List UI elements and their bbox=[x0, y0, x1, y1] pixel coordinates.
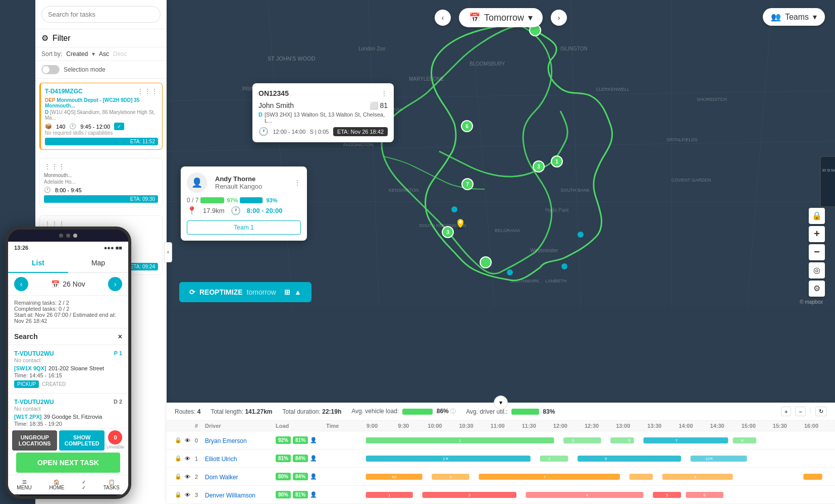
load-chip-2b: 84% bbox=[293, 473, 308, 480]
nav-check[interactable]: ✓ ✓ bbox=[82, 479, 86, 490]
tab-list[interactable]: List bbox=[8, 254, 68, 273]
ungroup-locations-btn[interactable]: UNGROUP LOCATIONS bbox=[12, 430, 57, 451]
chevron-down-icon: ▾ bbox=[528, 12, 533, 23]
phone-task-item-2[interactable]: T-VDUTU2WU D 2 No contact [W1T 2PX] 39 G… bbox=[8, 394, 128, 428]
util-bar-container bbox=[240, 197, 264, 203]
refresh-table-btn[interactable]: ↻ bbox=[815, 407, 827, 416]
task-card-1[interactable]: T-D419MZGC ⋮⋮⋮ DEP Monmouth Depot - [WC2… bbox=[39, 83, 163, 150]
sort-desc-btn[interactable]: Desc bbox=[113, 50, 127, 58]
compass-btn[interactable]: ◎ bbox=[809, 262, 825, 278]
open-next-task-btn[interactable]: OPEN NEXT TASK bbox=[16, 453, 120, 473]
lock-map-btn[interactable]: 🔒 bbox=[809, 208, 825, 224]
show-completed-btn[interactable]: SHOW COMPLETED bbox=[59, 430, 104, 451]
driver-link-1[interactable]: Elliott Ulrich bbox=[205, 456, 237, 463]
mapbox-watermark: © mapbox bbox=[800, 299, 823, 305]
popup-time: 12:00 - 14:00 bbox=[273, 129, 305, 135]
prev-date-btn[interactable]: ‹ bbox=[435, 10, 451, 26]
driver-name-0[interactable]: Bryan Emerson bbox=[205, 436, 276, 445]
driver-name-3[interactable]: Denver Williamson bbox=[205, 490, 276, 499]
task-2-menu-btn[interactable]: ⋮⋮⋮ bbox=[44, 162, 65, 171]
zoom-out-table-btn[interactable]: − bbox=[795, 407, 805, 416]
driver-info-row: 👤 Andy Thorne Renault Kangoo bbox=[187, 173, 262, 193]
nav-home[interactable]: 🏠 HOME bbox=[49, 479, 64, 490]
task-1-action-btn[interactable]: ✓ bbox=[114, 123, 124, 130]
svg-rect-74 bbox=[803, 474, 822, 480]
time-9: 9:00 bbox=[356, 423, 388, 429]
task-card-2[interactable]: ⋮⋮⋮ Monmouth... Adelaide Ho... 🕐 8:00 - … bbox=[39, 158, 163, 207]
home-bar-back[interactable]: ‹ bbox=[107, 497, 109, 499]
filter-bar[interactable]: ⚙ Filter bbox=[35, 29, 167, 47]
home-bar-circle[interactable]: ○ bbox=[68, 497, 73, 499]
popup-menu-btn[interactable]: ⋮ bbox=[381, 89, 388, 97]
sort-by-value[interactable]: Created bbox=[66, 50, 88, 58]
svg-rect-53 bbox=[644, 437, 728, 443]
phone-task-2-time: Time: 18:35 - 19:20 bbox=[14, 421, 122, 427]
phone-task-item-1[interactable]: T-VDUTU2WU P 1 No contact [SW1X 9QX] 201… bbox=[8, 345, 128, 394]
bottom-panel: ▾ Routes: 4 Total length: 141.27km Total… bbox=[167, 403, 835, 504]
time-1230: 12:30 bbox=[576, 423, 607, 429]
search-tasks-input[interactable] bbox=[41, 6, 161, 23]
lock-icon-0[interactable]: 🔒 bbox=[175, 437, 185, 443]
sort-asc-btn[interactable]: Asc bbox=[99, 50, 109, 58]
eye-icon-0[interactable]: 👁 bbox=[185, 437, 195, 443]
driver-link-3[interactable]: Denver Williamson bbox=[205, 492, 255, 499]
phone-task-1-id: T-VDUTU2WU bbox=[14, 350, 54, 357]
svg-text:A2: A2 bbox=[392, 475, 397, 479]
zoom-in-btn[interactable]: + bbox=[809, 226, 825, 242]
eye-icon-2[interactable]: 👁 bbox=[185, 474, 195, 480]
driver-icon-2: 👤 bbox=[310, 473, 317, 480]
toggle-panel-btn[interactable]: ‹ bbox=[164, 242, 172, 262]
tab-map[interactable]: Map bbox=[68, 254, 128, 272]
nav-menu[interactable]: ☰ MENU bbox=[17, 479, 31, 490]
time-1030: 10:30 bbox=[450, 423, 482, 429]
phone-next-date-btn[interactable]: › bbox=[108, 277, 122, 291]
zoom-in-table-btn[interactable]: + bbox=[781, 407, 791, 416]
phone-tabs: List Map bbox=[8, 254, 128, 273]
nav-tasks[interactable]: 📋 TASKS bbox=[103, 479, 120, 490]
svg-text:5: 5 bbox=[666, 493, 668, 497]
driver-name-2[interactable]: Dom Walker bbox=[205, 472, 276, 481]
driver-name: Andy Thorne bbox=[215, 175, 262, 183]
phone-prev-date-btn[interactable]: ‹ bbox=[14, 277, 28, 291]
driver-row-2[interactable]: 🔒 👁 2 Dom Walker 80% 84% 👤 A2 2 7 9 bbox=[167, 468, 835, 486]
pickup-badge: PICKUP bbox=[14, 380, 39, 388]
close-search-btn[interactable]: × bbox=[118, 332, 122, 341]
date-selector-btn[interactable]: 📅 Tomorrow ▾ bbox=[459, 8, 543, 27]
collapse-panel-btn[interactable]: ▾ bbox=[494, 396, 508, 410]
home-bar-grid[interactable]: ⊞ bbox=[27, 496, 34, 499]
lock-icon-3[interactable]: 🔒 bbox=[175, 491, 185, 498]
home-icon: 🏠 bbox=[49, 479, 64, 485]
reoptimize-btn[interactable]: ⟳ REOPTIMIZE tomorrow ⊞ ▲ bbox=[179, 282, 311, 302]
teams-btn[interactable]: 👥 Teams ▾ bbox=[763, 8, 825, 26]
phone-stats: Remaining tasks: 2 / 2 Completed tasks: … bbox=[8, 296, 128, 328]
driver-row-3[interactable]: 🔒 👁 3 Denver Williamson 90% 81% 👤 1 3 4 … bbox=[167, 486, 835, 504]
settings-map-btn[interactable]: ⚙ bbox=[809, 281, 825, 297]
driver-name-1[interactable]: Elliott Ulrich bbox=[205, 454, 276, 463]
selection-mode-toggle[interactable] bbox=[41, 65, 60, 74]
driver-row-1[interactable]: 🔒 👁 1 Elliott Ulrich 81% 84% 👤 1✕ 3 9 10… bbox=[167, 450, 835, 468]
lock-icon-1[interactable]: 🔒 bbox=[175, 455, 185, 462]
task-1-menu-btn[interactable]: ⋮⋮⋮ bbox=[137, 87, 158, 95]
phone-task-2-priority: D 2 bbox=[114, 399, 122, 406]
dot-1 bbox=[59, 234, 63, 238]
zoom-out-btn[interactable]: − bbox=[809, 244, 825, 260]
popup-header: ON12345 ⋮ bbox=[258, 89, 388, 97]
team-assign-btn[interactable]: Team 1 bbox=[187, 220, 301, 235]
driver-popup-menu-btn[interactable]: ⋮ bbox=[294, 179, 301, 187]
lock-icon-2[interactable]: 🔒 bbox=[175, 473, 185, 480]
eye-icon-1[interactable]: 👁 bbox=[185, 456, 195, 462]
driver-row-0[interactable]: 🔒 👁 0 Bryan Emerson 92% 81% 👤 1 3 5 7 8 bbox=[167, 431, 835, 450]
row-0-num: 0 bbox=[195, 437, 205, 443]
svg-text:9: 9 bbox=[605, 457, 607, 461]
driver-link-2[interactable]: Dom Walker bbox=[205, 474, 238, 481]
load-chip-3b: 81% bbox=[293, 491, 308, 498]
svg-text:SHOREDITCH: SHOREDITCH bbox=[697, 97, 727, 102]
svg-rect-52 bbox=[610, 437, 634, 443]
svg-text:1: 1 bbox=[555, 159, 558, 164]
next-date-btn[interactable]: › bbox=[551, 10, 567, 26]
svg-text:1: 1 bbox=[459, 438, 461, 443]
map-controls: 🔒 + − ◎ ⚙ bbox=[809, 208, 825, 297]
eye-icon-3[interactable]: 👁 bbox=[185, 492, 195, 498]
driver-link-0[interactable]: Bryan Emerson bbox=[205, 437, 247, 444]
clock-icon: 🕐 bbox=[69, 123, 76, 130]
